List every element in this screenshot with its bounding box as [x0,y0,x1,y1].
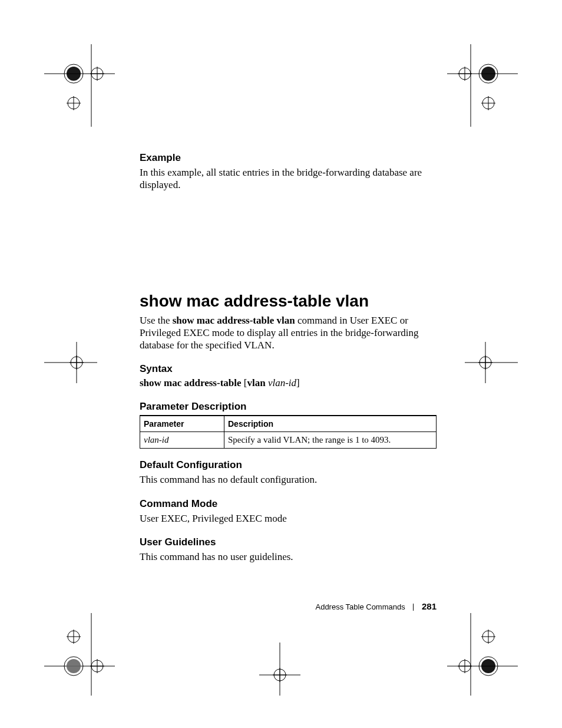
example-body: In this example, all static entries in t… [140,166,437,192]
crop-mark-icon [465,342,518,383]
heading-syntax: Syntax [140,363,437,375]
svg-point-34 [91,660,103,672]
svg-point-22 [71,357,82,368]
svg-point-42 [274,669,286,681]
heading-parameter-description: Parameter Description [140,401,437,413]
svg-point-7 [68,97,80,109]
default-configuration-body: This command has no default configuratio… [140,473,437,486]
crop-mark-icon [447,44,518,127]
svg-point-4 [91,68,103,80]
intro-prefix: Use the [140,315,173,326]
th-parameter: Parameter [140,416,224,432]
svg-point-3 [67,67,81,81]
svg-point-27 [480,357,491,368]
syntax-bold1: show mac address-table [140,377,242,388]
svg-point-52 [482,631,494,643]
svg-point-17 [482,97,494,109]
footer-separator-icon [413,604,414,611]
command-title: show mac address-table vlan [140,292,437,311]
page-number: 281 [422,601,437,611]
syntax-bold2: vlan [247,377,265,388]
td-desc: Specify a valid VLAN; the range is 1 to … [224,432,437,449]
heading-user-guidelines: User Guidelines [140,536,437,548]
command-mode-body: User EXEC, Privileged EXEC mode [140,512,437,525]
heading-example: Example [140,152,437,164]
svg-point-47 [479,657,498,676]
syntax-ital: vlan-id [268,377,296,388]
svg-point-48 [481,659,495,673]
page-footer: Address Table Commands 281 [140,601,437,611]
svg-point-2 [64,64,83,83]
svg-point-37 [68,631,80,643]
td-param: vlan-id [140,432,224,449]
svg-point-49 [459,660,471,672]
heading-default-configuration: Default Configuration [140,459,437,471]
crop-mark-icon [44,44,115,127]
intro-bold: show mac address-table vlan [173,315,295,326]
user-guidelines-body: This command has no user guidelines. [140,551,437,563]
syntax-end: ] [296,377,300,388]
page: Example In this example, all static entr… [0,0,562,728]
table-header-row: Parameter Description [140,416,437,432]
svg-point-13 [481,67,495,81]
svg-point-14 [459,68,471,80]
table-row: vlan-id Specify a valid VLAN; the range … [140,432,437,449]
syntax-mid1: [ [242,377,247,388]
command-intro: Use the show mac address-table vlan comm… [140,314,437,352]
crop-mark-icon [447,613,518,696]
svg-point-32 [64,657,83,676]
footer-section: Address Table Commands [315,602,405,611]
heading-command-mode: Command Mode [140,498,437,510]
syntax-line: show mac address-table [vlan vlan-id] [140,377,437,389]
svg-point-33 [67,659,81,673]
crop-mark-icon [44,342,97,383]
svg-point-12 [479,64,498,83]
content-area: Example In this example, all static entr… [140,152,437,575]
parameter-table: Parameter Description vlan-id Specify a … [140,415,437,449]
th-description: Description [224,416,437,432]
crop-mark-icon [259,643,300,696]
crop-mark-icon [44,613,115,696]
